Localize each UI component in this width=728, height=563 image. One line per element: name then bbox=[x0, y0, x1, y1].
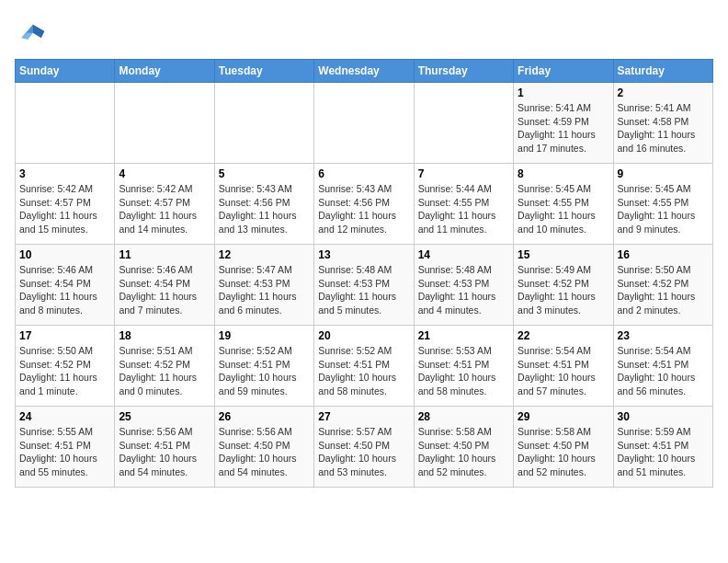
day-info: Sunrise: 5:46 AM Sunset: 4:54 PM Dayligh… bbox=[19, 263, 110, 317]
day-number: 9 bbox=[618, 167, 709, 180]
day-number: 16 bbox=[618, 248, 709, 261]
day-info: Sunrise: 5:46 AM Sunset: 4:54 PM Dayligh… bbox=[119, 263, 210, 317]
day-info: Sunrise: 5:52 AM Sunset: 4:51 PM Dayligh… bbox=[219, 344, 310, 398]
svg-marker-1 bbox=[33, 25, 45, 38]
day-header-monday: Monday bbox=[115, 60, 214, 83]
calendar-cell: 10Sunrise: 5:46 AM Sunset: 4:54 PM Dayli… bbox=[16, 245, 115, 326]
day-number: 4 bbox=[119, 167, 210, 180]
day-number: 2 bbox=[618, 86, 709, 99]
day-number: 18 bbox=[119, 329, 210, 342]
day-header-friday: Friday bbox=[514, 60, 613, 83]
day-info: Sunrise: 5:45 AM Sunset: 4:55 PM Dayligh… bbox=[518, 182, 609, 236]
day-number: 29 bbox=[518, 410, 609, 423]
logo-icon bbox=[15, 15, 48, 48]
calendar-cell: 7Sunrise: 5:44 AM Sunset: 4:55 PM Daylig… bbox=[414, 164, 513, 245]
day-info: Sunrise: 5:41 AM Sunset: 4:58 PM Dayligh… bbox=[618, 101, 709, 155]
calendar-cell: 23Sunrise: 5:54 AM Sunset: 4:51 PM Dayli… bbox=[613, 326, 712, 407]
day-number: 11 bbox=[119, 248, 210, 261]
day-number: 19 bbox=[219, 329, 310, 342]
day-info: Sunrise: 5:42 AM Sunset: 4:57 PM Dayligh… bbox=[119, 182, 210, 236]
day-header-saturday: Saturday bbox=[613, 60, 712, 83]
day-number: 8 bbox=[518, 167, 609, 180]
day-number: 1 bbox=[518, 86, 609, 99]
calendar-cell: 20Sunrise: 5:52 AM Sunset: 4:51 PM Dayli… bbox=[314, 326, 414, 407]
calendar-cell: 5Sunrise: 5:43 AM Sunset: 4:56 PM Daylig… bbox=[214, 164, 313, 245]
logo bbox=[15, 15, 51, 48]
calendar-cell: 3Sunrise: 5:42 AM Sunset: 4:57 PM Daylig… bbox=[16, 164, 115, 245]
day-info: Sunrise: 5:44 AM Sunset: 4:55 PM Dayligh… bbox=[418, 182, 509, 236]
day-number: 23 bbox=[618, 329, 709, 342]
calendar-week-row: 3Sunrise: 5:42 AM Sunset: 4:57 PM Daylig… bbox=[16, 164, 713, 245]
day-info: Sunrise: 5:56 AM Sunset: 4:50 PM Dayligh… bbox=[219, 425, 310, 479]
calendar-table: SundayMondayTuesdayWednesdayThursdayFrid… bbox=[15, 59, 713, 488]
day-number: 22 bbox=[518, 329, 609, 342]
day-number: 21 bbox=[418, 329, 509, 342]
day-info: Sunrise: 5:57 AM Sunset: 4:50 PM Dayligh… bbox=[318, 425, 409, 479]
calendar-cell bbox=[115, 83, 214, 164]
day-number: 27 bbox=[318, 410, 409, 423]
calendar-cell: 1Sunrise: 5:41 AM Sunset: 4:59 PM Daylig… bbox=[514, 83, 613, 164]
day-info: Sunrise: 5:50 AM Sunset: 4:52 PM Dayligh… bbox=[618, 263, 709, 317]
calendar-cell: 25Sunrise: 5:56 AM Sunset: 4:51 PM Dayli… bbox=[115, 407, 214, 488]
day-info: Sunrise: 5:58 AM Sunset: 4:50 PM Dayligh… bbox=[418, 425, 509, 479]
day-header-tuesday: Tuesday bbox=[214, 60, 313, 83]
calendar-cell: 30Sunrise: 5:59 AM Sunset: 4:51 PM Dayli… bbox=[613, 407, 712, 488]
calendar-cell: 14Sunrise: 5:48 AM Sunset: 4:53 PM Dayli… bbox=[414, 245, 513, 326]
day-number: 30 bbox=[618, 410, 709, 423]
calendar-cell bbox=[214, 83, 313, 164]
day-number: 10 bbox=[19, 248, 110, 261]
calendar-week-row: 1Sunrise: 5:41 AM Sunset: 4:59 PM Daylig… bbox=[16, 83, 713, 164]
calendar-cell: 21Sunrise: 5:53 AM Sunset: 4:51 PM Dayli… bbox=[414, 326, 513, 407]
calendar-cell: 9Sunrise: 5:45 AM Sunset: 4:55 PM Daylig… bbox=[613, 164, 712, 245]
calendar-week-row: 10Sunrise: 5:46 AM Sunset: 4:54 PM Dayli… bbox=[16, 245, 713, 326]
calendar-cell: 15Sunrise: 5:49 AM Sunset: 4:52 PM Dayli… bbox=[514, 245, 613, 326]
day-info: Sunrise: 5:53 AM Sunset: 4:51 PM Dayligh… bbox=[418, 344, 509, 398]
day-info: Sunrise: 5:49 AM Sunset: 4:52 PM Dayligh… bbox=[518, 263, 609, 317]
calendar-cell: 22Sunrise: 5:54 AM Sunset: 4:51 PM Dayli… bbox=[514, 326, 613, 407]
day-number: 24 bbox=[19, 410, 110, 423]
svg-marker-2 bbox=[21, 33, 33, 40]
calendar-cell: 17Sunrise: 5:50 AM Sunset: 4:52 PM Dayli… bbox=[16, 326, 115, 407]
day-info: Sunrise: 5:56 AM Sunset: 4:51 PM Dayligh… bbox=[119, 425, 210, 479]
day-header-sunday: Sunday bbox=[16, 60, 115, 83]
day-info: Sunrise: 5:52 AM Sunset: 4:51 PM Dayligh… bbox=[318, 344, 409, 398]
day-header-thursday: Thursday bbox=[414, 60, 513, 83]
day-info: Sunrise: 5:51 AM Sunset: 4:52 PM Dayligh… bbox=[119, 344, 210, 398]
day-header-wednesday: Wednesday bbox=[314, 60, 414, 83]
day-info: Sunrise: 5:55 AM Sunset: 4:51 PM Dayligh… bbox=[19, 425, 110, 479]
calendar-cell: 4Sunrise: 5:42 AM Sunset: 4:57 PM Daylig… bbox=[115, 164, 214, 245]
calendar-cell: 24Sunrise: 5:55 AM Sunset: 4:51 PM Dayli… bbox=[16, 407, 115, 488]
day-info: Sunrise: 5:59 AM Sunset: 4:51 PM Dayligh… bbox=[618, 425, 709, 479]
calendar-header-row: SundayMondayTuesdayWednesdayThursdayFrid… bbox=[16, 60, 713, 83]
calendar-cell: 2Sunrise: 5:41 AM Sunset: 4:58 PM Daylig… bbox=[613, 83, 712, 164]
calendar-cell: 29Sunrise: 5:58 AM Sunset: 4:50 PM Dayli… bbox=[514, 407, 613, 488]
day-number: 17 bbox=[19, 329, 110, 342]
day-number: 12 bbox=[219, 248, 310, 261]
calendar-cell: 19Sunrise: 5:52 AM Sunset: 4:51 PM Dayli… bbox=[214, 326, 313, 407]
day-number: 15 bbox=[518, 248, 609, 261]
day-number: 13 bbox=[318, 248, 409, 261]
calendar-cell: 6Sunrise: 5:43 AM Sunset: 4:56 PM Daylig… bbox=[314, 164, 414, 245]
calendar-cell bbox=[314, 83, 414, 164]
day-number: 20 bbox=[318, 329, 409, 342]
calendar-cell: 8Sunrise: 5:45 AM Sunset: 4:55 PM Daylig… bbox=[514, 164, 613, 245]
day-number: 5 bbox=[219, 167, 310, 180]
day-number: 25 bbox=[119, 410, 210, 423]
calendar-cell: 13Sunrise: 5:48 AM Sunset: 4:53 PM Dayli… bbox=[314, 245, 414, 326]
calendar-cell: 11Sunrise: 5:46 AM Sunset: 4:54 PM Dayli… bbox=[115, 245, 214, 326]
day-info: Sunrise: 5:43 AM Sunset: 4:56 PM Dayligh… bbox=[219, 182, 310, 236]
day-number: 26 bbox=[219, 410, 310, 423]
day-info: Sunrise: 5:43 AM Sunset: 4:56 PM Dayligh… bbox=[318, 182, 409, 236]
calendar-cell: 28Sunrise: 5:58 AM Sunset: 4:50 PM Dayli… bbox=[414, 407, 513, 488]
day-info: Sunrise: 5:47 AM Sunset: 4:53 PM Dayligh… bbox=[219, 263, 310, 317]
day-info: Sunrise: 5:50 AM Sunset: 4:52 PM Dayligh… bbox=[19, 344, 110, 398]
day-info: Sunrise: 5:58 AM Sunset: 4:50 PM Dayligh… bbox=[518, 425, 609, 479]
day-info: Sunrise: 5:42 AM Sunset: 4:57 PM Dayligh… bbox=[19, 182, 110, 236]
calendar-cell bbox=[16, 83, 115, 164]
day-number: 7 bbox=[418, 167, 509, 180]
calendar-cell: 12Sunrise: 5:47 AM Sunset: 4:53 PM Dayli… bbox=[214, 245, 313, 326]
calendar-cell: 16Sunrise: 5:50 AM Sunset: 4:52 PM Dayli… bbox=[613, 245, 712, 326]
day-info: Sunrise: 5:54 AM Sunset: 4:51 PM Dayligh… bbox=[518, 344, 609, 398]
calendar-week-row: 17Sunrise: 5:50 AM Sunset: 4:52 PM Dayli… bbox=[16, 326, 713, 407]
day-number: 14 bbox=[418, 248, 509, 261]
